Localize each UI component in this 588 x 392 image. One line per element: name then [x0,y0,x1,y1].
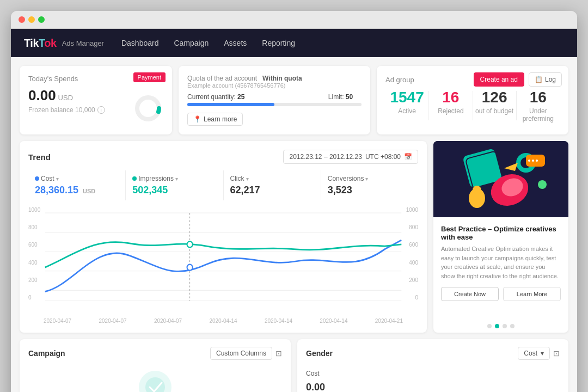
donut-chart [133,93,163,124]
adgroup-actions: Create an ad 📋 Log [474,72,562,87]
calendar-icon: 📅 [404,153,412,161]
brand-subtitle: Ads Manager [62,39,104,47]
svg-point-24 [473,186,481,194]
campaign-empty-icon [133,365,177,392]
promo-text: Automated Creative Optimization makes it… [441,244,561,280]
quota-bar-bg [187,103,362,106]
quota-status: Within quota [262,75,302,82]
campaign-section: Campaign Custom Columns ⊡ [20,339,291,392]
svg-point-10 [187,241,193,247]
spends-currency: USD [58,94,73,102]
chevron-down-icon-5: ▾ [541,350,544,357]
nav-campaign[interactable]: Campaign [174,39,209,47]
quota-title: Quota of the ad account Within quota [187,75,362,82]
quota-limit-value: 50 [346,93,353,101]
stat-budget-label: out of budget [473,107,516,115]
spends-value: 0.00 [28,87,56,103]
trend-title: Trend [28,152,51,162]
svg-point-0 [137,97,159,119]
top-row: Today's Spends Payment 0.00USD Frozen ba… [20,66,568,134]
app-window: TikTok Ads Manager Dashboard Campaign As… [11,11,577,392]
metric-cost-value: 28,360.15 USD [35,185,119,196]
nav-dashboard[interactable]: Dashboard [121,39,159,47]
promo-dots [433,320,568,333]
create-ad-button[interactable]: Create an ad [474,72,524,87]
stat-preferming-label: Under preferming [517,107,560,122]
gender-cost-value: 0.00 [306,382,560,392]
brand: TikTok Ads Manager [24,37,104,50]
custom-columns-button[interactable]: Custom Columns [210,347,272,360]
promo-image [433,141,568,217]
nav-links: Dashboard Campaign Assets Reporting [121,39,295,47]
stat-active-value: 1547 [385,89,428,106]
stat-rejected-label: Rejected [429,107,472,115]
metric-conversions-label: Conversions ▾ [328,175,412,182]
promo-dot-4[interactable] [510,324,514,328]
campaign-title: Campaign [28,349,65,358]
promo-dot-1[interactable] [487,324,492,328]
metric-cost: Cost ▾ 28,360.15 USD [28,170,126,200]
svg-point-20 [528,160,530,162]
promo-dot-3[interactable] [503,324,507,328]
cost-dot [35,176,39,181]
date-range-value: 2012.23.12 – 2012.12.23 [289,153,362,161]
trend-chart [28,207,418,316]
adgroup-stats: 1547 Active 16 Rejected 126 out of budge… [385,89,560,122]
promo-visual [433,141,568,217]
location-icon: 📍 [193,115,201,123]
create-now-button[interactable]: Create Now [441,287,499,301]
maximize-button[interactable] [38,16,45,23]
nav-reporting[interactable]: Reporting [262,39,295,47]
gender-actions: Cost ▾ ⊡ [518,347,560,360]
quota-card: Quota of the ad account Within quota Exa… [179,66,370,134]
cost-dropdown[interactable]: Cost ▾ [518,347,550,360]
svg-point-21 [532,160,534,162]
export-icon[interactable]: ⊡ [275,349,282,358]
promo-buttons: Create Now Learn More [441,287,561,301]
chevron-down-icon[interactable]: ▾ [56,176,59,182]
metric-impressions-value: 502,345 [132,185,216,196]
spends-card: Today's Spends Payment 0.00USD Frozen ba… [20,66,172,134]
campaign-placeholder [133,365,177,392]
campaign-header: Campaign Custom Columns ⊡ [28,347,282,360]
quota-current-value: 25 [237,93,244,101]
promo-body: Best Practice – Optimize creatives with … [433,217,568,320]
gender-title: Gender [306,349,333,358]
payment-badge[interactable]: Payment [133,72,166,82]
stat-preferming: 16 Under preferming [517,89,560,122]
gender-header: Gender Cost ▾ ⊡ [306,347,560,360]
metric-click-label: Click ▾ [230,175,314,182]
quota-bar-fill [187,103,274,106]
trend-header: Trend 2012.23.12 – 2012.12.23 UTC +08:00… [28,150,418,164]
minimize-button[interactable] [28,16,35,23]
close-button[interactable] [19,16,25,23]
learn-more-button[interactable]: 📍 Learn more [187,113,243,126]
metric-conversions: Conversions ▾ 3,523 [321,170,418,200]
stat-preferming-value: 16 [517,89,560,106]
gender-section: Gender Cost ▾ ⊡ Cost 0.00 USD [297,339,568,392]
learn-more-button-promo[interactable]: Learn More [503,287,561,301]
log-button[interactable]: 📋 Log [529,72,562,87]
stat-budget-value: 126 [473,89,516,106]
metric-conversions-value: 3,523 [328,185,412,196]
chevron-down-icon-3[interactable]: ▾ [246,176,249,182]
bottom-row: Campaign Custom Columns ⊡ [20,339,568,392]
chevron-down-icon-2[interactable]: ▾ [175,176,178,182]
trend-card: Trend 2012.23.12 – 2012.12.23 UTC +08:00… [20,141,427,333]
nav-assets[interactable]: Assets [224,39,247,47]
promo-dot-2[interactable] [495,324,499,328]
export-icon-2[interactable]: ⊡ [553,349,560,358]
metrics-row: Cost ▾ 28,360.15 USD Impressions ▾ [28,170,418,200]
adgroup-title: Ad group [385,76,414,84]
promo-heading: Best Practice – Optimize creatives with … [441,225,561,241]
stat-budget: 126 out of budget [473,89,516,122]
date-range-picker[interactable]: 2012.23.12 – 2012.12.23 UTC +08:00 📅 [283,150,418,164]
middle-row: Trend 2012.23.12 – 2012.12.23 UTC +08:00… [20,141,568,333]
titlebar [11,11,577,29]
chevron-down-icon-4[interactable]: ▾ [365,176,368,182]
info-icon[interactable]: i [97,106,105,114]
stat-active: 1547 Active [385,89,428,122]
adgroup-card: Ad group Create an ad 📋 Log 1547 Active [377,66,568,134]
chart-area: 1000 800 600 400 200 0 1000 800 600 400 … [28,207,418,316]
promo-card: Best Practice – Optimize creatives with … [433,141,568,333]
